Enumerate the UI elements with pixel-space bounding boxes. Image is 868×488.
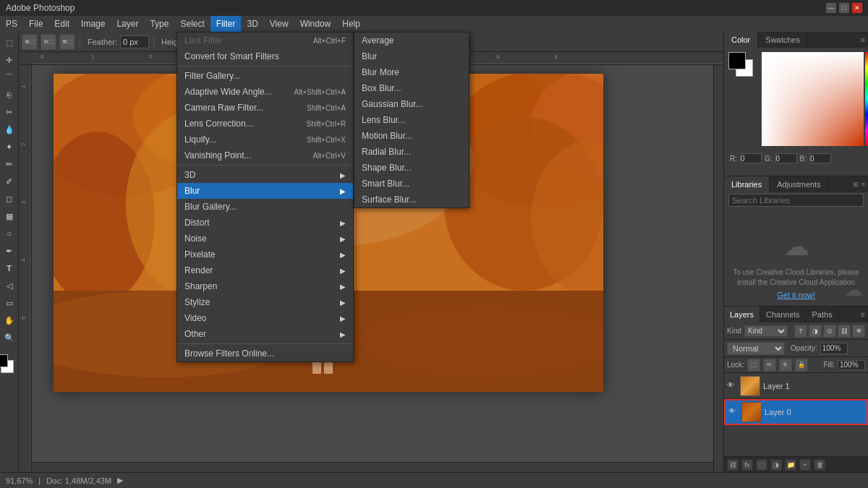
filter-vanishing[interactable]: Vanishing Point... Alt+Ctrl+V: [177, 147, 353, 163]
blur-motion[interactable]: Motion Blur...: [354, 128, 469, 144]
tool-hand[interactable]: ✋: [1, 312, 17, 328]
lock-position-btn[interactable]: ✛: [779, 359, 792, 372]
filter-adaptive[interactable]: Adaptive Wide Angle... Alt+Shift+Ctrl+A: [177, 84, 353, 100]
close-button[interactable]: ✕: [852, 3, 862, 13]
blur-lens[interactable]: Lens Blur...: [354, 112, 469, 128]
tool-eyedropper[interactable]: 💧: [1, 121, 17, 137]
layer-adj-btn[interactable]: ◑: [770, 459, 782, 471]
filter-smart-btn[interactable]: ⊙: [823, 325, 836, 338]
tab-color[interactable]: Color: [724, 32, 758, 48]
layer-mask-btn[interactable]: ⬚: [756, 459, 767, 471]
filter-visible-btn[interactable]: 👁: [852, 325, 865, 338]
menu-image[interactable]: Image: [75, 16, 111, 32]
menu-edit[interactable]: Edit: [48, 16, 75, 32]
filter-type-btn[interactable]: T: [794, 325, 807, 338]
menu-3d[interactable]: 3D: [241, 16, 263, 32]
tool-pen[interactable]: ✒: [1, 243, 17, 259]
blur-smart[interactable]: Smart Blur...: [354, 176, 469, 192]
kind-select[interactable]: Kind: [744, 325, 788, 337]
tool-eraser[interactable]: ◻: [1, 191, 17, 207]
blur-blur[interactable]: Blur: [354, 48, 469, 64]
tool-lasso[interactable]: ⌒: [1, 69, 17, 85]
filter-other[interactable]: Other ▶: [177, 326, 353, 342]
blur-radial[interactable]: Radial Blur...: [354, 144, 469, 160]
menu-type[interactable]: Type: [144, 16, 174, 32]
filter-distort[interactable]: Distort ▶: [177, 215, 353, 231]
layers-panel-menu[interactable]: ≡: [858, 307, 868, 322]
menu-window[interactable]: Window: [294, 16, 337, 32]
filter-noise[interactable]: Noise ▶: [177, 231, 353, 247]
tool-marquee[interactable]: ⬚: [1, 35, 17, 51]
filter-browse-online[interactable]: Browse Filters Online...: [177, 346, 353, 361]
g-input[interactable]: [775, 153, 797, 163]
filter-sharpen[interactable]: Sharpen ▶: [177, 278, 353, 294]
tab-adjustments[interactable]: Adjustments: [770, 176, 829, 192]
vertical-scrollbar[interactable]: [713, 65, 723, 472]
tool-move[interactable]: ✛: [1, 52, 17, 68]
layer-item-0[interactable]: 👁 Layer 0: [724, 399, 868, 425]
horizontal-scrollbar[interactable]: [32, 462, 713, 472]
tab-layers[interactable]: Layers: [724, 307, 760, 322]
blur-box[interactable]: Box Blur...: [354, 80, 469, 96]
tool-zoom[interactable]: 🔍: [1, 330, 17, 346]
tool-dodge[interactable]: ○: [1, 226, 17, 241]
layer-1-visibility[interactable]: 👁: [727, 381, 737, 391]
foreground-color[interactable]: [0, 354, 8, 367]
filter-liquify[interactable]: Liquify... Shift+Ctrl+X: [177, 132, 353, 147]
filter-last[interactable]: Last Filter Alt+Ctrl+F: [177, 33, 353, 48]
blur-gaussian[interactable]: Gaussian Blur...: [354, 96, 469, 112]
filter-video[interactable]: Video ▶: [177, 310, 353, 326]
tool-magic-wand[interactable]: ⎗: [1, 87, 17, 103]
sub-selection-btn[interactable]: ⊖⬚: [41, 34, 56, 50]
minimize-button[interactable]: —: [826, 3, 836, 13]
layer-0-visibility[interactable]: 👁: [728, 407, 739, 417]
doc-info-arrow[interactable]: ▶: [117, 476, 123, 485]
tab-libraries[interactable]: Libraries: [724, 176, 770, 192]
layer-item-1[interactable]: 👁 Layer 1: [724, 373, 868, 399]
feather-input[interactable]: [120, 35, 149, 48]
tool-gradient[interactable]: ▦: [1, 208, 17, 224]
menu-ps[interactable]: PS: [0, 16, 23, 32]
filter-stylize[interactable]: Stylize ▶: [177, 294, 353, 310]
maximize-button[interactable]: □: [839, 3, 849, 13]
fg-chip[interactable]: [728, 52, 746, 69]
filter-smart-convert[interactable]: Convert for Smart Filters: [177, 48, 353, 64]
tool-text[interactable]: T: [1, 260, 17, 276]
layer-new-btn[interactable]: +: [799, 459, 811, 471]
fill-input[interactable]: [838, 360, 865, 370]
filter-camera-raw[interactable]: Camera Raw Filter... Shift+Ctrl+A: [177, 100, 353, 116]
filter-link-btn[interactable]: ⛓: [838, 325, 851, 338]
lib-link[interactable]: Get it now!: [777, 291, 815, 299]
lock-image-btn[interactable]: ✏: [763, 359, 776, 372]
layer-folder-btn[interactable]: 📁: [785, 459, 796, 471]
tool-spot-heal[interactable]: ✦: [1, 139, 17, 155]
filter-lens[interactable]: Lens Correction... Shift+Ctrl+R: [177, 116, 353, 132]
libraries-search[interactable]: [728, 194, 864, 207]
tool-clone[interactable]: ✐: [1, 174, 17, 189]
menu-file[interactable]: File: [23, 16, 48, 32]
layer-delete-btn[interactable]: 🗑: [814, 459, 825, 471]
filter-pixelate[interactable]: Pixelate ▶: [177, 247, 353, 262]
menu-view[interactable]: View: [264, 16, 294, 32]
blur-surface[interactable]: Surface Blur...: [354, 192, 469, 207]
tool-shape[interactable]: ▭: [1, 295, 17, 311]
lock-transparent-btn[interactable]: ⬚: [747, 359, 760, 372]
add-selection-btn[interactable]: ⊕⬚: [22, 34, 38, 50]
blur-average[interactable]: Average: [354, 33, 469, 48]
blend-mode-select[interactable]: Normal: [727, 342, 785, 355]
lock-all-btn[interactable]: 🔒: [795, 359, 808, 372]
lib-view-options[interactable]: ⊞ ≡: [850, 176, 868, 192]
filter-blur-gallery[interactable]: Blur Gallery...: [177, 199, 353, 215]
menu-help[interactable]: Help: [336, 16, 366, 32]
filter-blur[interactable]: Blur ▶: [177, 183, 353, 199]
hue-slider[interactable]: [865, 52, 868, 146]
intersect-selection-btn[interactable]: ⊗⬚: [59, 34, 75, 50]
tool-crop[interactable]: ✂: [1, 104, 17, 120]
layer-fx-btn[interactable]: fx: [741, 459, 753, 471]
opacity-input[interactable]: [820, 343, 848, 354]
blur-shape[interactable]: Shape Blur...: [354, 160, 469, 176]
layer-link-btn[interactable]: ⛓: [727, 459, 739, 471]
blur-more[interactable]: Blur More: [354, 64, 469, 80]
filter-3d[interactable]: 3D ▶: [177, 167, 353, 183]
menu-filter[interactable]: Filter: [210, 16, 242, 32]
